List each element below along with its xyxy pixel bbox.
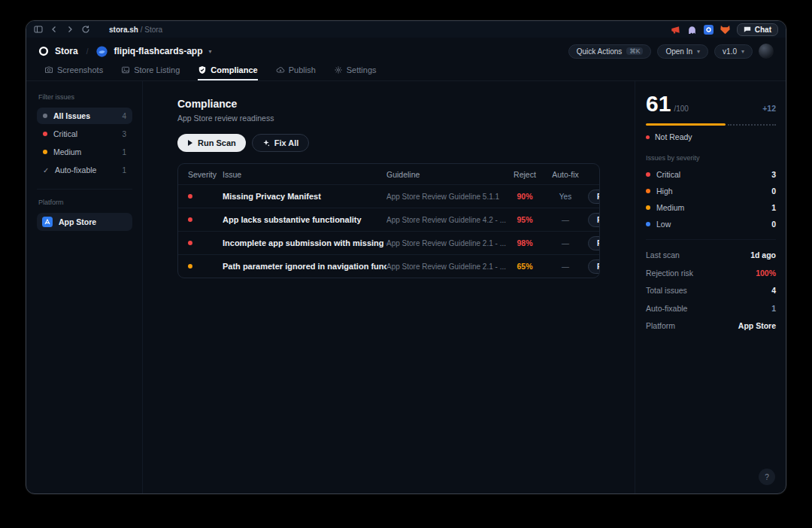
tab-bar: Screenshots Store Listing Compliance Pub… <box>26 65 786 81</box>
run-scan-button[interactable]: Run Scan <box>177 134 246 152</box>
score-progress-fill <box>646 123 726 126</box>
forward-icon[interactable] <box>65 25 74 34</box>
address-bar[interactable]: stora.sh / Stora <box>109 26 162 34</box>
play-icon <box>187 140 193 146</box>
autofix-value: — <box>543 239 588 247</box>
fix-all-button[interactable]: Fix All <box>252 134 310 152</box>
sidebar-item-medium[interactable]: Medium 1 <box>37 144 132 160</box>
project-selector[interactable]: flipiq-flashcards-app <box>114 46 202 56</box>
stat-label: Auto-fixable <box>646 304 687 313</box>
gear-icon <box>334 65 343 74</box>
fix-button[interactable]: Fix <box>588 259 600 274</box>
back-icon[interactable] <box>50 25 59 34</box>
fix-all-label: Fix All <box>274 138 299 147</box>
severity-label: Critical <box>656 170 680 179</box>
panel-divider <box>646 239 776 240</box>
chat-bubble-icon <box>744 26 751 33</box>
fix-button[interactable]: Fix <box>588 236 600 250</box>
score-progress-bar <box>646 123 776 126</box>
critical-dot-icon <box>646 172 650 177</box>
version-caret-icon: ▾ <box>741 48 744 55</box>
compliance-main: Compliance App Store review readiness Ru… <box>143 81 635 493</box>
issue-guideline: App Store Review Guideline 2.1 - ... <box>386 239 507 247</box>
stat-label: Last scan <box>646 250 680 259</box>
tab-label: Compliance <box>211 65 257 74</box>
stat-value: App Store <box>738 321 776 330</box>
high-dot-icon <box>646 189 650 193</box>
megaphone-extension-icon[interactable] <box>671 25 680 35</box>
user-avatar[interactable] <box>759 44 774 59</box>
critical-dot-icon <box>43 132 47 136</box>
table-header-row: Severity Issue Guideline Reject Auto-fix <box>178 164 599 184</box>
tab-label: Store Listing <box>134 65 180 74</box>
brand-name: Stora <box>55 46 78 56</box>
open-in-button[interactable]: Open In ▾ <box>657 44 708 59</box>
tab-store-listing[interactable]: Store Listing <box>121 65 180 80</box>
severity-label: High <box>656 187 673 196</box>
issue-title: Path parameter ignored in navigation fun… <box>223 262 386 271</box>
severity-label: Medium <box>656 203 684 212</box>
project-app-icon <box>96 46 108 57</box>
autofix-value: — <box>543 262 588 271</box>
version-button[interactable]: v1.0 ▾ <box>714 44 753 59</box>
issue-title: Incomplete app submission with missing c… <box>223 238 386 247</box>
stat-value: 100% <box>756 269 776 278</box>
fix-button[interactable]: Fix <box>588 190 600 204</box>
severity-count: 0 <box>771 187 776 196</box>
image-icon <box>121 65 130 74</box>
blue-extension-icon[interactable] <box>704 25 714 35</box>
issue-guideline: App Store Review Guideline 5.1.1 <box>386 193 507 201</box>
sidebar-item-all-issues[interactable]: All Issues 4 <box>37 108 132 124</box>
tab-publish[interactable]: Publish <box>276 65 316 80</box>
table-row[interactable]: Missing Privacy Manifest App Store Revie… <box>178 184 599 208</box>
score-panel: 61 /100 +12 Not Ready Issues by severity… <box>635 81 786 493</box>
tab-settings[interactable]: Settings <box>334 65 377 80</box>
stora-logo-icon <box>38 46 49 56</box>
ghost-extension-icon[interactable] <box>687 25 697 35</box>
issues-table: Severity Issue Guideline Reject Auto-fix… <box>177 163 600 278</box>
sidebar-item-critical[interactable]: Critical 3 <box>37 126 132 142</box>
sidebar-toggle-icon[interactable] <box>34 25 43 34</box>
filter-issues-title: Filter issues <box>38 93 132 101</box>
sidebar-item-label: Critical <box>53 129 77 138</box>
reject-percent: 65% <box>507 262 543 271</box>
platform-item-label: App Store <box>59 217 96 226</box>
fix-button[interactable]: Fix <box>588 213 600 227</box>
col-header-guideline: Guideline <box>386 170 507 179</box>
severity-row-critical: Critical 3 <box>646 170 776 179</box>
help-button[interactable]: ? <box>759 469 775 485</box>
chat-button-label: Chat <box>755 26 771 34</box>
breadcrumb-separator: / <box>86 47 89 56</box>
table-row[interactable]: Path parameter ignored in navigation fun… <box>178 254 599 278</box>
severity-dot-icon <box>188 194 192 199</box>
sidebar-item-label: Medium <box>53 147 81 156</box>
fox-extension-icon[interactable] <box>720 25 730 35</box>
reject-percent: 90% <box>507 192 543 201</box>
run-scan-label: Run Scan <box>198 138 236 147</box>
stat-label: Total issues <box>646 286 687 295</box>
sidebar-item-auto-fixable[interactable]: ✓ Auto-fixable 1 <box>37 162 132 178</box>
reject-percent: 98% <box>507 238 543 247</box>
table-row[interactable]: App lacks substantive functionality App … <box>178 208 599 231</box>
chat-button[interactable]: Chat <box>737 23 778 36</box>
project-caret-icon[interactable]: ▾ <box>208 48 211 55</box>
stat-value: 1d ago <box>750 250 776 259</box>
tab-screenshots[interactable]: Screenshots <box>44 65 103 80</box>
score-max: /100 <box>674 105 688 113</box>
url-host: stora.sh <box>109 26 138 34</box>
tab-compliance[interactable]: Compliance <box>198 65 257 80</box>
sidebar-item-app-store[interactable]: App Store <box>37 213 132 231</box>
stat-last-scan: Last scan 1d ago <box>646 250 776 259</box>
stat-auto-fixable: Auto-fixable 1 <box>646 304 776 313</box>
tab-label: Settings <box>347 65 377 74</box>
col-header-severity: Severity <box>188 170 223 179</box>
table-row[interactable]: Incomplete app submission with missing c… <box>178 231 599 254</box>
stat-platform: Platform App Store <box>646 321 776 330</box>
url-path: / Stora <box>138 26 162 34</box>
quick-actions-button[interactable]: Quick Actions ⌘K <box>568 44 652 59</box>
medium-dot-icon <box>646 205 650 210</box>
issue-guideline: App Store Review Guideline 4.2 - ... <box>386 216 507 224</box>
medium-dot-icon <box>43 150 47 154</box>
reload-icon[interactable] <box>81 25 90 34</box>
sidebar-item-count: 4 <box>122 112 126 120</box>
